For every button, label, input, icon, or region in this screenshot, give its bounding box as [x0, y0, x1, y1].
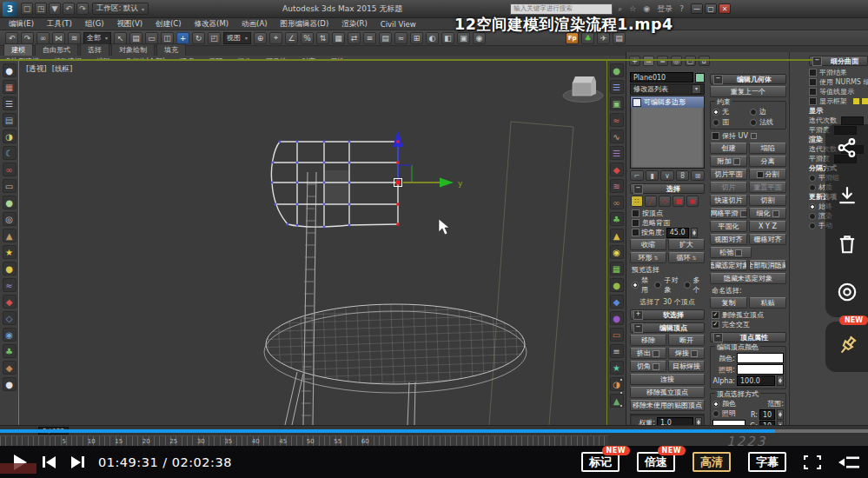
rgb-spinner[interactable]: [777, 409, 784, 420]
stack-tool-icon[interactable]: ⊞: [691, 170, 705, 181]
object-name-field[interactable]: Plane010: [630, 72, 693, 83]
stack-tool-icon[interactable]: ▮: [646, 170, 659, 181]
relax-button[interactable]: 松弛: [710, 247, 752, 258]
menu-item[interactable]: 组(G): [85, 19, 104, 30]
tool-strip-icon[interactable]: ◆: [3, 361, 17, 375]
tool-strip-icon[interactable]: ∞: [3, 163, 17, 176]
edit-geometry-button[interactable]: 塌陷: [749, 143, 786, 154]
edit-geometry-button[interactable]: 网格平滑: [710, 208, 747, 219]
tool-strip-icon[interactable]: ☾: [3, 146, 17, 160]
edit-geometry-button[interactable]: 视图对齐: [710, 234, 747, 245]
max-logo-icon[interactable]: 3: [3, 2, 17, 17]
trash-icon[interactable]: [836, 233, 858, 257]
element-mode-icon[interactable]: ▣: [686, 196, 699, 207]
toolbar-icon[interactable]: ▦: [332, 32, 345, 44]
subdivision-option[interactable]: 使用 NURMS 细分: [809, 77, 868, 87]
command-panel-tab[interactable]: ◎: [671, 56, 682, 66]
toolbar-icon[interactable]: ≋: [68, 32, 81, 44]
stack-tool-icon[interactable]: 8: [676, 170, 690, 181]
toolbar-icon[interactable]: ▤: [129, 32, 142, 44]
command-panel-tab[interactable]: +: [629, 56, 640, 66]
selection-button[interactable]: 循环: [668, 252, 705, 263]
tool-strip-icon[interactable]: ≋: [610, 179, 624, 193]
tool-strip-icon[interactable]: ◆: [3, 295, 17, 309]
hide-selected-button[interactable]: 隐藏选定对象: [710, 260, 747, 271]
tool-strip-icon[interactable]: ●: [3, 63, 17, 77]
viewport-label[interactable]: [透视] [线框]: [26, 64, 72, 75]
subdivision-option[interactable]: 等值线显示: [809, 87, 868, 96]
edit-geometry-button[interactable]: 分割: [749, 169, 786, 180]
workspace-dropdown[interactable]: 工作区: 默认▾: [92, 3, 149, 15]
edit-geometry-button[interactable]: 附加: [710, 156, 747, 167]
toolbar-icon[interactable]: ◧: [441, 32, 454, 44]
paste-button[interactable]: 粘贴: [749, 297, 786, 309]
edit-geometry-button[interactable]: 重置平面: [749, 182, 786, 193]
modifier-list-dropdown[interactable]: 修改器列表: [630, 83, 705, 95]
pin-icon[interactable]: [835, 334, 859, 360]
tool-strip-icon[interactable]: ●: [610, 278, 624, 292]
subdivision-option[interactable]: 平滑结果: [809, 68, 868, 77]
quick-access-icon[interactable]: ↷: [76, 3, 89, 15]
fullscreen-icon[interactable]: [804, 455, 821, 469]
search-icon[interactable]: ⌕: [616, 4, 624, 14]
rgb-value[interactable]: 10: [759, 409, 775, 420]
toolbar-icon[interactable]: ↶: [5, 32, 18, 44]
geometry-checkbox[interactable]: 完全交互: [712, 320, 785, 329]
rollout-vertex-properties[interactable]: 顶点属性: [710, 332, 786, 342]
preview-radio[interactable]: 禁用: [632, 276, 651, 295]
edit-vertices-button[interactable]: 断开: [668, 335, 705, 346]
toolbar-dropdown[interactable]: 全部: [83, 32, 111, 44]
edit-geometry-button[interactable]: 平面化: [710, 221, 747, 232]
toolbar-icon[interactable]: ◰: [208, 32, 221, 44]
tool-strip-icon[interactable]: ◇: [3, 311, 17, 325]
menu-item[interactable]: 图形编辑器(D): [281, 19, 329, 30]
command-panel-tab[interactable]: ≡: [657, 56, 668, 66]
tool-strip-icon[interactable]: ●: [3, 262, 17, 276]
tool-strip-icon[interactable]: ▭: [610, 328, 624, 342]
by-angle-checkbox[interactable]: 按角度: 45.0: [632, 228, 703, 237]
tool-strip-icon[interactable]: ∿: [610, 129, 624, 143]
player-feature-button[interactable]: 字幕: [748, 452, 786, 472]
menu-item[interactable]: 编辑(E): [9, 19, 34, 30]
tool-strip-icon[interactable]: ◑: [3, 129, 17, 143]
edit-vertices-button[interactable]: 移除孤立顶点: [630, 387, 705, 398]
alpha-value[interactable]: 100.0: [737, 375, 775, 386]
edit-vertices-button[interactable]: 切角: [630, 361, 666, 372]
ribbon-tab[interactable]: 填充: [156, 43, 186, 56]
tool-strip-icon[interactable]: ▣: [610, 96, 624, 110]
edit-vertices-button[interactable]: 连接: [630, 374, 705, 385]
preserve-uv-settings-icon[interactable]: [751, 133, 757, 139]
quick-access-icon[interactable]: ↶: [63, 3, 75, 15]
toolbar-icon[interactable]: ⊞: [410, 32, 423, 44]
ribbon-tab[interactable]: 对象绘制: [111, 43, 155, 56]
minimize-button[interactable]: —: [691, 3, 703, 14]
tool-strip-icon[interactable]: ◆: [610, 163, 624, 176]
toolbar-icon[interactable]: ▤: [379, 32, 392, 44]
geometry-checkbox[interactable]: 删除孤立顶点: [712, 310, 785, 320]
alpha-spinner[interactable]: [777, 375, 784, 386]
edit-geometry-button[interactable]: X Y Z: [749, 221, 786, 232]
edit-geometry-button[interactable]: 切片平面: [710, 169, 747, 180]
stack-tool-icon[interactable]: ⌐: [630, 170, 644, 181]
download-icon[interactable]: [836, 184, 858, 209]
preserve-uv-checkbox[interactable]: 保持 UV: [712, 131, 785, 141]
preview-radio[interactable]: 多个: [684, 276, 703, 295]
record-icon[interactable]: [836, 281, 858, 305]
toolbar-icon[interactable]: ≈: [394, 32, 407, 44]
playlist-icon[interactable]: [838, 455, 859, 469]
repeat-last-button[interactable]: 重复上一个: [710, 86, 786, 97]
ribbon-tab[interactable]: 自由形式: [35, 43, 78, 56]
viewport-view-label[interactable]: [透视]: [26, 64, 47, 75]
menu-item[interactable]: Civil View: [381, 20, 416, 29]
preview-radio[interactable]: 子对象: [654, 276, 679, 295]
tool-strip-icon[interactable]: ♣: [3, 344, 17, 358]
constraint-radio[interactable]: 无: [712, 107, 746, 116]
object-color-swatch[interactable]: [695, 73, 705, 83]
star-icon[interactable]: ☆: [627, 4, 638, 13]
subdivision-option[interactable]: 显示: [809, 106, 868, 116]
edit-vertices-button[interactable]: 目标焊接: [668, 361, 705, 372]
edit-geometry-button[interactable]: 分离: [749, 156, 786, 167]
maximize-button[interactable]: ▢: [705, 3, 717, 14]
tool-strip-icon[interactable]: ◉: [610, 245, 624, 259]
pin-panel[interactable]: NEW: [825, 322, 868, 372]
